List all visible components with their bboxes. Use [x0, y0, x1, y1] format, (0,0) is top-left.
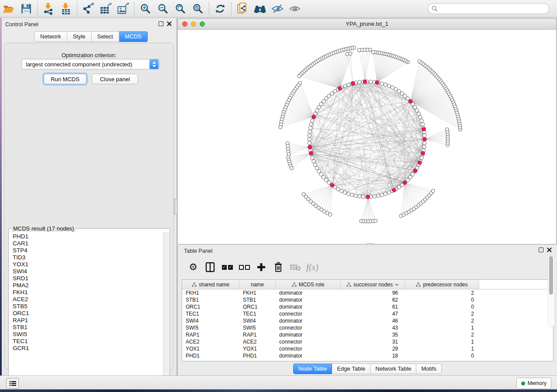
optimization-criterion-label: Optimization criterion:	[4, 52, 173, 58]
search-input[interactable]	[439, 4, 549, 14]
optimization-criterion-select[interactable]: largest connected component (undirected)	[21, 59, 159, 69]
add-column-button[interactable]	[255, 261, 268, 274]
tab-network-table[interactable]: Network Table	[370, 364, 416, 374]
table-row[interactable]: STB1STB1dominator620	[182, 296, 553, 303]
delete-column-button[interactable]	[272, 261, 285, 274]
column-header-predecessor-nodes[interactable]: predecessor nodes	[405, 280, 479, 289]
mcds-result-item[interactable]: STB1	[9, 324, 163, 331]
network-canvas[interactable]	[178, 29, 556, 244]
show-all-button[interactable]	[286, 1, 304, 16]
checked-box-icon: ✓	[228, 265, 233, 270]
run-mcds-button[interactable]: Run MCDS	[44, 74, 86, 84]
zoom-in-button[interactable]	[137, 1, 154, 16]
mcds-result-item[interactable]: SRD1	[9, 275, 163, 282]
table-scrollbar[interactable]	[548, 256, 555, 327]
list-icon	[9, 381, 16, 386]
table-row[interactable]: FKH1FKH1dominator962	[182, 289, 553, 296]
column-header-MCDS-role[interactable]: MCDS role	[276, 280, 341, 289]
table-row[interactable]: SWI5SWI5connector431	[182, 324, 553, 331]
tab-motifs[interactable]: Motifs	[416, 364, 442, 374]
table-panel-header: Table Panel	[178, 245, 557, 257]
tab-network[interactable]: Network	[34, 31, 67, 42]
mcds-result-item[interactable]: ACE2	[9, 296, 163, 303]
mcds-result-item[interactable]: SWI4	[9, 268, 163, 275]
cell-role: dominator	[276, 289, 341, 296]
column-header-successor-nodes[interactable]: successor nodes	[341, 280, 405, 289]
mcds-result-item[interactable]: SWI5	[9, 331, 163, 338]
checked-box-icon: ✓	[222, 265, 227, 270]
table-row[interactable]: ORC1ORC1dominator610	[182, 303, 553, 310]
mcds-result-item[interactable]: ORC1	[9, 310, 163, 317]
open-file-button[interactable]	[0, 1, 17, 16]
network-window-titlebar[interactable]: YPA_prune.txt_1	[178, 19, 556, 30]
maximize-window-icon[interactable]	[200, 21, 205, 27]
mcds-result-list[interactable]: PHD1CAR1STP4TID3YOX1SWI4SRD1PMA2FKH1ACE2…	[9, 233, 163, 389]
delete-table-icon	[290, 263, 301, 272]
cell-name: PHD1	[239, 352, 276, 359]
close-panel-icon[interactable]	[167, 21, 172, 26]
mcds-result-item[interactable]: RAP1	[9, 317, 163, 324]
tab-style[interactable]: Style	[67, 31, 92, 42]
table-settings-button[interactable]: ⚙	[187, 261, 200, 274]
search-network-button[interactable]	[251, 1, 269, 16]
cell-role: connector	[276, 324, 341, 331]
float-panel-icon[interactable]	[159, 21, 163, 26]
table-row[interactable]: RAP1RAP1dominator352	[182, 331, 553, 338]
mcds-result-item[interactable]: PHD1	[9, 233, 163, 240]
table-scrollbar-thumb[interactable]	[549, 256, 553, 295]
function-builder-button[interactable]: f(x)	[306, 261, 319, 274]
hide-selected-button[interactable]	[269, 1, 286, 16]
cell-successors: 61	[341, 303, 405, 310]
memory-button[interactable]: Memory	[516, 378, 551, 389]
mcds-result-item[interactable]: CAR1	[9, 240, 163, 247]
mcds-result-item[interactable]: PMA2	[9, 282, 163, 289]
export-image-button[interactable]	[114, 1, 132, 16]
mcds-result-item[interactable]: STB5	[9, 303, 163, 310]
mcds-result-item[interactable]: TEC1	[9, 338, 163, 345]
table-row[interactable]: PHD1PHD1dominator180	[182, 352, 553, 359]
zoom-selected-button[interactable]	[189, 1, 207, 16]
table-row[interactable]: ACE2ACE2connector311	[182, 338, 553, 345]
zoom-out-button[interactable]	[154, 1, 172, 16]
save-button[interactable]	[17, 1, 35, 16]
tab-edge-table[interactable]: Edge Table	[332, 364, 370, 374]
share-document-button[interactable]	[234, 1, 251, 16]
export-network-button[interactable]	[80, 1, 97, 16]
cell-role: dominator	[276, 317, 341, 324]
mcds-result-item[interactable]: FKH1	[9, 289, 163, 296]
table-row[interactable]: SWI4SWI4dominator462	[182, 317, 553, 324]
cell-successors: 96	[341, 289, 405, 296]
column-header-name[interactable]: name	[239, 280, 276, 289]
cell-predecessors: 1	[405, 345, 479, 352]
tab-mcds[interactable]: MCDS	[119, 31, 148, 42]
export-table-button[interactable]	[97, 1, 114, 16]
mcds-list-scrollbar[interactable]	[163, 232, 169, 389]
tab-select[interactable]: Select	[92, 31, 119, 42]
minimize-window-icon[interactable]	[191, 21, 196, 27]
mcds-result-item[interactable]: STP4	[9, 247, 163, 254]
import-table-button[interactable]	[57, 1, 75, 16]
close-window-icon[interactable]	[182, 21, 187, 27]
select-all-button[interactable]: ✓✓	[221, 261, 234, 274]
delete-table-button[interactable]	[289, 261, 302, 274]
global-search-box[interactable]	[428, 3, 549, 14]
float-panel-icon[interactable]	[539, 248, 543, 252]
refresh-button[interactable]	[211, 1, 229, 16]
close-panel-button[interactable]: Close panel	[92, 74, 138, 84]
tab-node-table[interactable]: Node Table	[293, 364, 332, 374]
mcds-result-item[interactable]: YOX1	[9, 261, 163, 268]
import-network-button[interactable]	[40, 1, 57, 16]
table-row[interactable]: TEC1TEC1connector472	[182, 310, 553, 317]
share-document-icon	[236, 2, 249, 15]
deselect-all-button[interactable]	[238, 261, 251, 274]
close-panel-icon[interactable]	[547, 248, 552, 252]
table-body: FKH1FKH1dominator962STB1STB1dominator620…	[182, 289, 553, 359]
cell-shared_name: PHD1	[182, 352, 239, 359]
mcds-result-item[interactable]: GCR1	[9, 345, 163, 352]
mcds-result-item[interactable]: TID3	[9, 254, 163, 261]
split-view-button[interactable]	[204, 261, 217, 274]
zoom-fit-button[interactable]	[172, 1, 189, 16]
table-row[interactable]: YOX1YOX1connector291	[182, 345, 553, 352]
column-header-shared-name[interactable]: shared name	[182, 280, 239, 289]
show-task-history-button[interactable]	[6, 378, 19, 389]
